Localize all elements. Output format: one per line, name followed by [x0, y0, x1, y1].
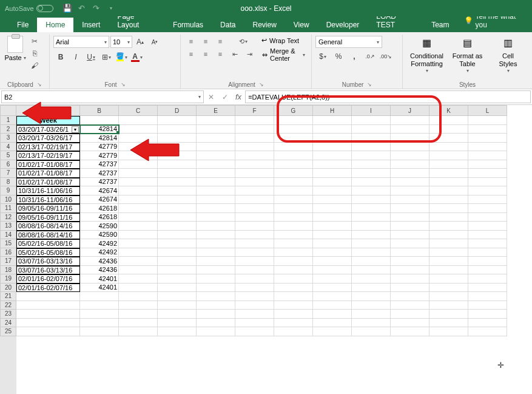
cell-I4[interactable]	[352, 143, 391, 152]
cell-H1[interactable]	[313, 116, 352, 125]
font-size-select[interactable]: 10▾	[110, 36, 132, 48]
cell-B11[interactable]: 42618	[80, 204, 119, 213]
cell-C22[interactable]	[119, 301, 158, 310]
cell-I11[interactable]	[352, 204, 391, 213]
cell-I9[interactable]	[352, 186, 391, 195]
cell-K20[interactable]	[429, 284, 468, 293]
cell-G5[interactable]	[274, 151, 313, 160]
cell-H13[interactable]	[313, 222, 352, 231]
cell-K24[interactable]	[429, 319, 468, 328]
border-button[interactable]: ⊞▾	[99, 50, 113, 64]
row-header-20[interactable]: 20	[0, 284, 16, 293]
cell-K15[interactable]	[429, 239, 468, 248]
col-header-D[interactable]: D	[158, 105, 197, 116]
cell-E7[interactable]	[197, 169, 235, 178]
cell-D20[interactable]	[158, 284, 197, 293]
cell-G17[interactable]	[274, 257, 313, 266]
cell-F21[interactable]	[235, 292, 274, 301]
cell-B5[interactable]: 42779	[80, 151, 119, 160]
select-all-corner[interactable]	[0, 105, 16, 116]
cell-D22[interactable]	[158, 301, 197, 310]
cell-E9[interactable]	[197, 186, 235, 195]
cell-F3[interactable]	[235, 134, 274, 143]
row-header-13[interactable]: 13	[0, 222, 16, 231]
cell-I8[interactable]	[352, 178, 391, 187]
cell-B8[interactable]: 42737	[80, 178, 119, 187]
cell-G4[interactable]	[274, 143, 313, 152]
cell-K17[interactable]	[429, 257, 468, 266]
cell-L22[interactable]	[468, 301, 507, 310]
cell-L25[interactable]	[468, 327, 507, 336]
cell-L19[interactable]	[468, 274, 507, 284]
cell-G11[interactable]	[274, 204, 313, 213]
cell-G18[interactable]	[274, 266, 313, 275]
cell-I12[interactable]	[352, 213, 391, 222]
cell-G2[interactable]	[274, 125, 313, 134]
cell-I17[interactable]	[352, 257, 391, 266]
cell-J20[interactable]	[391, 284, 429, 293]
cell-L12[interactable]	[468, 213, 507, 222]
format-painter-icon[interactable]: 🖌	[29, 60, 40, 71]
row-header-10[interactable]: 10	[0, 195, 16, 205]
cell-D21[interactable]	[158, 292, 197, 301]
save-icon[interactable]: 💾	[62, 3, 73, 14]
cell-A20[interactable]: 02/01/16-02/07/16	[16, 284, 80, 293]
cell-J18[interactable]	[391, 266, 429, 275]
autosave[interactable]: AutoSave	[5, 5, 53, 12]
cell-K11[interactable]	[429, 204, 468, 213]
cell-A21[interactable]	[16, 292, 80, 301]
cell-G19[interactable]	[274, 274, 313, 284]
row-header-5[interactable]: 5	[0, 151, 16, 160]
decrease-decimal-icon[interactable]: .00↘	[379, 50, 393, 63]
cell-I19[interactable]	[352, 274, 391, 284]
col-header-H[interactable]: H	[313, 105, 352, 116]
col-header-F[interactable]: F	[235, 105, 274, 116]
cell-I2[interactable]	[352, 125, 391, 134]
cell-I7[interactable]	[352, 169, 391, 178]
cell-G7[interactable]	[274, 169, 313, 178]
row-header-11[interactable]: 11	[0, 204, 16, 213]
cell-D15[interactable]	[158, 239, 197, 248]
cell-A9[interactable]: 10/31/16-11/06/16	[16, 186, 80, 195]
dialog-launcher-icon[interactable]: ↘	[259, 81, 264, 88]
cell-J24[interactable]	[391, 319, 429, 328]
cell-E1[interactable]	[197, 116, 235, 125]
cell-C3[interactable]	[119, 134, 158, 143]
cell-E16[interactable]	[197, 248, 235, 257]
col-header-A[interactable]: A	[16, 105, 80, 116]
percent-icon[interactable]: %	[331, 50, 346, 63]
cell-B25[interactable]	[80, 327, 119, 336]
col-header-G[interactable]: G	[274, 105, 313, 116]
cell-I16[interactable]	[352, 248, 391, 257]
cell-I25[interactable]	[352, 327, 391, 336]
cell-K22[interactable]	[429, 301, 468, 310]
cell-C6[interactable]	[119, 160, 158, 169]
cell-G3[interactable]	[274, 134, 313, 143]
cell-I3[interactable]	[352, 134, 391, 143]
cell-I23[interactable]	[352, 310, 391, 319]
cell-L8[interactable]	[468, 178, 507, 187]
qat-dropdown-icon[interactable]: ▾	[106, 3, 116, 14]
cell-F20[interactable]	[235, 284, 274, 293]
row-header-21[interactable]: 21	[0, 292, 16, 301]
cell-B20[interactable]: 42401	[80, 284, 119, 293]
cell-L7[interactable]	[468, 169, 507, 178]
cell-E4[interactable]	[197, 143, 235, 152]
cell-D8[interactable]	[158, 178, 197, 187]
cell-C16[interactable]	[119, 248, 158, 257]
cell-H6[interactable]	[313, 160, 352, 169]
cell-B22[interactable]	[80, 301, 119, 310]
cell-A18[interactable]: 03/07/16-03/13/16	[16, 266, 80, 275]
merge-center-button[interactable]: ⇔Merge & Center▾	[260, 46, 308, 63]
cell-I1[interactable]	[352, 116, 391, 125]
cell-B1[interactable]	[80, 116, 119, 125]
cell-J14[interactable]	[391, 231, 429, 240]
row-header-24[interactable]: 24	[0, 319, 16, 328]
cell-I14[interactable]	[352, 231, 391, 240]
cell-E14[interactable]	[197, 231, 235, 240]
cell-H21[interactable]	[313, 292, 352, 301]
cell-A13[interactable]: 08/08/16-08/14/16	[16, 222, 80, 231]
cell-E17[interactable]	[197, 257, 235, 266]
cell-A23[interactable]	[16, 310, 80, 319]
cell-A12[interactable]: 09/05/16-09/11/16	[16, 213, 80, 222]
